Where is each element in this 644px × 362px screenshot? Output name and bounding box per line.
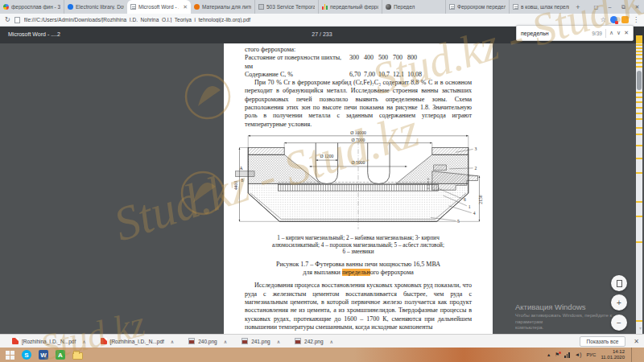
diagram-part-2: 2 (475, 166, 477, 171)
reload-icon[interactable]: ↻ (5, 17, 10, 23)
library-favicon-icon (68, 4, 73, 10)
tab-materials[interactable]: Материалы для литейного (191, 0, 254, 14)
tab-search-result[interactable]: ферросплав фин - 3 млн р (0, 0, 64, 14)
find-match-counter: 9/39 (592, 31, 602, 36)
find-next-icon[interactable]: ∨ (617, 30, 621, 36)
dim-height-4400: 4400 (233, 181, 238, 190)
download-item[interactable]: 241.png ∧ (234, 335, 287, 348)
image-file-icon (188, 338, 195, 344)
fit-page-button[interactable] (611, 275, 627, 291)
viewer-corner-arrow-icon: ▾ (639, 325, 642, 331)
diagram-label-a: А (239, 166, 243, 171)
close-button[interactable]: ✕ (630, 0, 644, 14)
zoom-in-button[interactable]: + (611, 294, 627, 311)
skype-icon: S (22, 350, 31, 360)
browser-menu-icon[interactable]: ⋮ (633, 17, 639, 23)
document-favicon-icon (130, 4, 136, 10)
figure-legend: 1 – кирпич магнезиальный; 2 – набивка ма… (245, 235, 472, 256)
fit-page-icon (617, 280, 622, 287)
window-controls: ◻ – ⧉ ✕ (589, 0, 644, 14)
url-text[interactable]: file:///C:/Users/Admin/Downloads/[Rozhih… (24, 17, 597, 23)
tab-electronic-library[interactable]: Electronic library. Download (64, 0, 127, 14)
tab-pdf-active[interactable]: Microsoft Word - ....2 ✕ (127, 0, 191, 14)
bookmark-star-icon[interactable]: ☆ (601, 17, 606, 23)
diagram-part-5: 5 (457, 219, 460, 224)
document-favicon-icon (513, 4, 518, 10)
tab-503-error[interactable]: 503 Service Temporarily Un (254, 0, 318, 14)
download-item[interactable]: [Rozhihina_I.D._N...pdf ∧ (93, 335, 182, 348)
download-item[interactable]: [Rozhihina_I.D._N...pdf ∧ (5, 335, 93, 348)
tab-ladle-slag[interactable]: в ковш, шлак переливается (509, 0, 572, 14)
tray-expand-icon[interactable]: ▴ (547, 352, 550, 358)
diagram-label-b: Б (241, 178, 243, 183)
show-all-downloads-button[interactable]: Показать все (580, 336, 626, 347)
pdf-document-title: Microsoft Word - ....2 (8, 31, 60, 37)
taskbar-app-a[interactable]: A (55, 349, 66, 360)
word-icon: W (39, 350, 48, 360)
new-tab-button[interactable]: + (572, 0, 584, 14)
download-caret-icon[interactable]: ∧ (277, 339, 280, 344)
diagram-part-6: 6 (464, 197, 466, 202)
zoom-out-button[interactable]: − (611, 315, 627, 331)
find-highlight-match: передельн (342, 269, 370, 276)
download-shelf: [Rozhihina_I.D._N...pdf ∧ [Rozhihina_I.D… (0, 334, 644, 348)
download-caret-icon[interactable]: ∧ (171, 339, 174, 344)
dim-height-2150: 2150 (478, 195, 483, 204)
minimize-button[interactable]: – (603, 0, 617, 14)
find-query-input[interactable]: передельн (521, 31, 588, 36)
pdf-scrollbar[interactable] (636, 43, 642, 334)
diagram-part-1: 1 (469, 204, 471, 209)
clock[interactable]: 14:1211.01.2020 (601, 349, 625, 360)
find-in-page-bar: передельн 9/39 ∧ ∨ ✕ (516, 25, 634, 41)
system-tray: ▴ ⚑ ◄) РУС 14:1211.01.2020 (547, 348, 640, 362)
windows-taskbar: S W A ▴ ⚑ ◄) РУС 14:1211.01.2020 (0, 348, 644, 362)
download-caret-icon[interactable]: ∧ (82, 339, 85, 344)
download-item[interactable]: 240.png ∧ (181, 335, 234, 348)
tab-search-icon[interactable]: ◻ (589, 0, 603, 14)
language-indicator[interactable]: РУС (586, 352, 596, 357)
tab-close-icon[interactable]: ✕ (181, 4, 188, 10)
extension-blue-icon[interactable] (610, 16, 617, 23)
network-icon[interactable] (564, 352, 570, 358)
start-button[interactable] (4, 349, 15, 360)
figure-caption: Рисунок 1.7 – Футеровка ванны печи мощно… (245, 261, 472, 278)
doc-table-row-1: Расстояние от поверхности шихты, мм 300 … (245, 54, 472, 71)
pdf-viewer-area[interactable]: стого феррохрома: Расстояние от поверхно… (0, 43, 644, 334)
pdf-page-indicator[interactable]: 27 / 233 (312, 31, 332, 37)
document-favicon-icon (449, 4, 455, 10)
pdf-file-icon (101, 338, 107, 344)
dim-diameter-5000: Ø 5000 (352, 160, 365, 165)
doc-paragraph-2: Исследования процесса восстановления кус… (245, 282, 472, 331)
restore-button[interactable]: ⧉ (617, 0, 630, 14)
windows-logo-icon (6, 351, 14, 360)
folder-icon (72, 352, 83, 360)
diagram-part-3: 3 (475, 146, 477, 151)
show-desktop-button[interactable] (631, 348, 634, 362)
pdf-file-icon (12, 338, 19, 344)
find-previous-icon[interactable]: ∧ (609, 30, 613, 36)
dim-diameter-7000: Ø 7000 (352, 138, 365, 142)
taskbar-skype[interactable]: S (21, 349, 32, 360)
pdf-page[interactable]: стого феррохрома: Расстояние от поверхно… (224, 43, 493, 334)
action-center-flag-icon[interactable]: ⚑ (555, 352, 559, 358)
shelf-close-icon[interactable]: ✕ (634, 338, 639, 345)
diagram-part-4: 4 (473, 211, 476, 216)
tab-ferrochrome-chart[interactable]: передельный феррохром (318, 0, 382, 14)
extension-orange-icon[interactable] (621, 16, 629, 23)
taskbar-explorer[interactable] (72, 349, 83, 360)
find-close-icon[interactable]: ✕ (624, 30, 629, 36)
scroll-match-marker (636, 35, 642, 43)
image-file-icon (295, 338, 301, 344)
materials-favicon-icon (194, 4, 200, 10)
download-item[interactable]: 242.png ∧ (287, 335, 341, 348)
page-info-icon[interactable] (14, 17, 20, 23)
tab-peredel[interactable]: Передел (382, 0, 445, 14)
search-favicon-icon (3, 4, 9, 10)
scrollbar-thumb[interactable] (637, 71, 642, 90)
download-caret-icon[interactable]: ∧ (224, 339, 227, 344)
tab-ferrochrome-doc[interactable]: Феррохром передельный (445, 0, 509, 14)
image-file-icon (242, 338, 248, 344)
download-caret-icon[interactable]: ∧ (330, 339, 333, 344)
taskbar-word[interactable]: W (38, 349, 49, 360)
speaker-icon[interactable]: ◄) (575, 352, 582, 358)
